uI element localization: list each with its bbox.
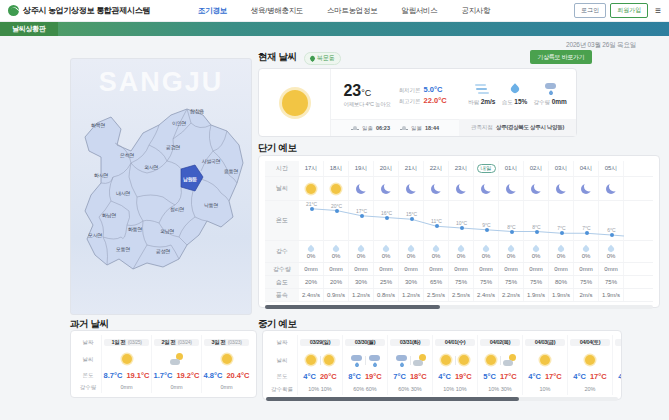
drop-icon — [332, 244, 341, 253]
shortterm-scrollbar[interactable] — [265, 305, 653, 309]
hour-cell: 05시 — [599, 161, 624, 176]
past-rain: 0mm — [120, 382, 132, 393]
mid-high: 19°C — [455, 372, 472, 381]
row-label-rain: 강수량 — [265, 263, 299, 275]
sunrise-sunset-strip: 일출06:23 일몰18:44 — [331, 119, 459, 136]
wind-cell: 0.9m/s — [324, 289, 349, 301]
district-label[interactable]: 화남면 — [102, 212, 116, 218]
district-label[interactable]: 모동면 — [116, 246, 130, 252]
sunset-icon — [400, 126, 408, 130]
mid-pm-icon — [368, 354, 381, 367]
past-label-rain: 강수량 — [75, 382, 101, 393]
hour-cell: 19시 — [349, 161, 374, 176]
district-label[interactable]: 함창읍 — [190, 108, 204, 114]
low-temp-value: 5.0°C — [424, 85, 443, 94]
weather-cell — [474, 177, 499, 200]
location-badge[interactable]: 북문동 — [304, 52, 341, 65]
district-label[interactable]: 화북면 — [91, 122, 105, 128]
mid-high: 19°C — [365, 372, 382, 381]
past-high: 19.2°C — [176, 371, 199, 380]
temp-point-dot — [510, 230, 514, 234]
nav-item[interactable]: 생육/병해충지도 — [251, 6, 303, 16]
district-label[interactable]: 공검면 — [166, 144, 180, 150]
past-day: 1일 전 — [111, 339, 125, 346]
forecast-weather-icon — [555, 182, 568, 195]
forecast-weather-icon — [305, 182, 318, 195]
humidity-cell: 30% — [399, 276, 424, 288]
drop-icon — [357, 244, 366, 253]
district-label[interactable]: 공성면 — [156, 248, 170, 254]
district-label[interactable]: 낙동면 — [204, 202, 218, 208]
district-label[interactable]: 내서면 — [116, 190, 130, 196]
district-label[interactable]: 사벌국면 — [202, 158, 220, 164]
mid-low: 4°C — [303, 372, 316, 381]
metric-label: 습도 — [502, 99, 513, 105]
row-label-weather: 날씨 — [265, 177, 299, 200]
location-name: 북문동 — [317, 54, 335, 63]
midterm-scrollbar[interactable] — [266, 397, 618, 401]
nav-item[interactable]: 스마트농업정보 — [327, 6, 377, 16]
district-label[interactable]: 은척면 — [120, 152, 134, 158]
signup-button[interactable]: 회원가입 — [610, 3, 648, 18]
district-label[interactable]: 화동면 — [128, 226, 142, 232]
drop-icon — [607, 244, 616, 253]
past-date: (03/25) — [128, 339, 142, 345]
past-row-labels: 날짜 날씨 온도 강수량 — [75, 335, 101, 393]
temp-point-dot — [585, 231, 589, 235]
drop-icon — [307, 244, 316, 253]
hour-cell: 03시 — [549, 161, 574, 176]
wind-cell: 2m/s — [574, 289, 599, 301]
mid-low: 4°C — [438, 372, 451, 381]
humidity-cell: 75% — [474, 276, 499, 288]
app-logo[interactable]: 상주시 농업기상정보 통합관제시스템 — [8, 5, 150, 16]
district-label[interactable]: 외서면 — [144, 164, 158, 170]
sangju-district-map[interactable]: SANGJU — [70, 58, 252, 315]
pop-cell: 0% — [599, 241, 624, 262]
nav-item[interactable]: 공지사항 — [461, 6, 490, 16]
hamburger-menu-icon[interactable]: ≡ — [655, 6, 661, 16]
station-label: 관측지점 — [471, 124, 493, 131]
district-label[interactable]: 남원동 — [183, 176, 197, 182]
forecast-weather-icon — [580, 182, 593, 195]
district-label[interactable]: 화서면 — [94, 172, 108, 178]
drop-icon — [482, 244, 491, 253]
past-day-column: 3일 전(03/23) 4.8°C20.4°C 0mm — [201, 335, 251, 393]
rain-cell: 0mm — [299, 263, 324, 275]
nav-item[interactable]: 알림서비스 — [401, 6, 437, 16]
mid-am-icon — [539, 354, 552, 367]
mid-high: 18°C — [410, 372, 427, 381]
logo-leaf-icon — [8, 5, 19, 16]
metric-value: 0mm — [552, 98, 567, 105]
hour-cell: 04시 — [574, 161, 599, 176]
header-actions: 로그인 회원가입 ≡ — [574, 3, 661, 18]
hour-cell: 23시 — [449, 161, 474, 176]
weather-alert-button[interactable]: 기상특보 바로가기 — [530, 50, 592, 64]
midterm-forecast-card[interactable]: 날짜 날씨 온도 강수확률 03/29(일) 4°C20°C — [262, 330, 622, 400]
mid-high: 17°C — [590, 372, 607, 381]
district-label[interactable]: 청리면 — [170, 206, 184, 212]
mid-low: 7°C — [393, 372, 406, 381]
weather-cell — [349, 177, 374, 200]
scrollbar-thumb[interactable] — [265, 305, 440, 309]
past-weather-icon — [170, 353, 183, 366]
district-label[interactable]: 중동면 — [224, 168, 238, 174]
nav-item[interactable]: 조기경보 — [198, 6, 227, 16]
mid-low: 5°C — [483, 372, 496, 381]
district-label[interactable]: 외남면 — [160, 228, 174, 234]
pop-cell: 0% — [499, 241, 524, 262]
sunset-label: 일몰 — [411, 125, 422, 132]
midterm-scrollbar-thumb[interactable] — [266, 397, 519, 401]
mid-high: 17°C — [500, 372, 517, 381]
tab-weather-board[interactable]: 날씨상황판 — [0, 22, 58, 36]
district-label[interactable]: 모서면 — [88, 232, 102, 238]
wind-cell: 2.2m/s — [499, 289, 524, 301]
drop-icon — [407, 244, 416, 253]
mid-pm-icon — [323, 354, 336, 367]
mid-day-column: 03/29(일) 4°C20°C 10% 10% — [297, 335, 342, 395]
district-label[interactable]: 이안면 — [172, 120, 186, 126]
mid-pop: 10% — [539, 383, 550, 395]
login-button[interactable]: 로그인 — [574, 3, 606, 18]
current-temp-area: 23°C 어제보다 4°C 높아요 최저기온5.0°C 최고기온22.0°C — [331, 69, 459, 119]
metric-item: 바람 2m/s — [468, 82, 495, 106]
shortterm-forecast-card[interactable]: 시간 17시18시19시20시21시22시23시내일01시02시03시04시05… — [258, 155, 660, 308]
